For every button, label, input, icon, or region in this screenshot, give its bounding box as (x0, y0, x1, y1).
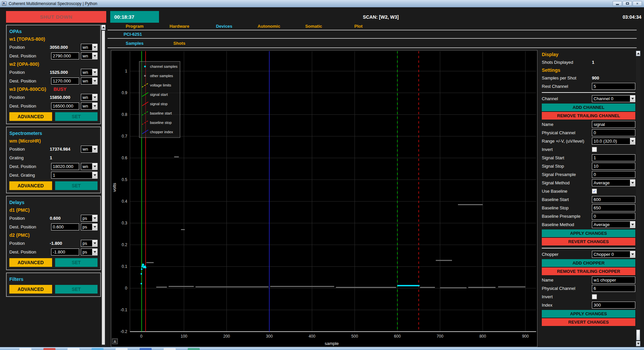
physical-channel-input[interactable] (592, 129, 635, 136)
use-baseline-checkbox[interactable]: ✓ (592, 189, 597, 194)
taskbar-icon[interactable] (188, 348, 200, 350)
chevron-down-icon[interactable] (630, 180, 635, 186)
chevron-down-icon[interactable] (92, 78, 97, 84)
unit-select[interactable]: wn (81, 44, 98, 51)
chevron-down-icon[interactable] (92, 224, 97, 230)
baseline-presample-input[interactable] (592, 213, 635, 220)
unit-select[interactable]: wn (81, 163, 98, 170)
unit-select[interactable]: wn (81, 77, 98, 84)
menu-item-somatic[interactable]: Somatic (291, 23, 336, 30)
set-button[interactable]: SET (55, 181, 98, 190)
taskbar-icon[interactable] (164, 348, 176, 350)
baseline-method-select[interactable]: Average (592, 221, 635, 228)
windows-taskbar[interactable] (0, 347, 644, 350)
signal-start-input[interactable] (592, 154, 635, 161)
apply-changes-button[interactable]: APPLY CHANGES (542, 229, 635, 237)
chevron-down-icon[interactable] (630, 138, 635, 144)
dest-position-input[interactable] (51, 103, 79, 110)
apply-changes-button[interactable]: APPLY CHANGES (542, 310, 635, 318)
menu-item-hardware[interactable]: Hardware (157, 23, 202, 30)
baseline-start-input[interactable] (592, 196, 635, 203)
chevron-down-icon[interactable] (92, 94, 97, 101)
advanced-button[interactable]: ADVANCED (9, 112, 52, 121)
shutdown-button[interactable]: SHUT DOWN (6, 11, 106, 23)
taskbar-icon[interactable] (116, 348, 128, 350)
chevron-down-icon[interactable] (92, 69, 97, 75)
dest-position-input[interactable] (51, 77, 79, 84)
chopper-select[interactable]: Chopper 0 (592, 251, 635, 258)
right-scrollbar-thumb[interactable] (636, 330, 640, 340)
close-button[interactable]: ✕ (633, 1, 642, 6)
add-chopper-button[interactable]: ADD CHOPPER (542, 259, 635, 267)
tab-samples[interactable]: Samples (112, 39, 157, 47)
taskbar-icon[interactable] (140, 348, 152, 350)
set-button[interactable]: SET (55, 285, 98, 294)
signal-presample-input[interactable] (592, 171, 635, 178)
chevron-down-icon[interactable] (92, 163, 97, 170)
unit-select[interactable]: ps (81, 248, 98, 255)
range-v-uv-level-select[interactable]: 10.0 (320.0) (592, 138, 635, 145)
remove-trailing-channel-button[interactable]: REMOVE TRAILING CHANNEL (542, 112, 635, 120)
unit-select[interactable]: ps (81, 240, 98, 247)
chevron-down-icon[interactable] (92, 215, 97, 221)
advanced-button[interactable]: ADVANCED (9, 181, 52, 190)
plot-legend[interactable]: channel samplesother samplesvoltage limi… (139, 61, 180, 138)
invert-checkbox[interactable] (592, 147, 597, 152)
taskbar-icon[interactable] (43, 348, 55, 350)
plot-canvas[interactable]: -0.2-0.100.10.20.30.40.50.60.70.80.91010… (111, 50, 537, 347)
menu-item-plot[interactable]: Plot (336, 23, 381, 30)
unit-select[interactable]: wn (81, 146, 98, 153)
chevron-down-icon[interactable] (92, 240, 97, 246)
dest-position-input[interactable] (51, 163, 79, 170)
set-button[interactable]: SET (55, 112, 98, 121)
unit-select[interactable]: ps (81, 223, 98, 230)
add-channel-button[interactable]: ADD CHANNEL (542, 104, 635, 111)
signal-method-select[interactable]: Average (592, 179, 635, 186)
baseline-stop-input[interactable] (592, 204, 635, 211)
invert-checkbox[interactable] (592, 294, 597, 299)
remove-trailing-chopper-button[interactable]: REMOVE TRAILING CHOPPER (542, 268, 635, 275)
dest-position-input[interactable] (51, 248, 79, 255)
revert-changes-button[interactable]: REVERT CHANGES (542, 318, 635, 326)
advanced-button[interactable]: ADVANCED (9, 258, 52, 267)
scroll-up-icon[interactable] (636, 51, 640, 56)
chevron-down-icon[interactable] (630, 221, 635, 228)
scroll-up-icon[interactable] (101, 25, 106, 30)
autoscale-button[interactable]: A (112, 339, 118, 344)
chevron-down-icon[interactable] (92, 172, 97, 178)
chevron-down-icon[interactable] (92, 146, 97, 152)
menu-item-program[interactable]: Program (112, 23, 157, 30)
unit-select[interactable]: wn (81, 94, 98, 101)
unit-select[interactable]: wn (81, 103, 98, 110)
rest-channel-input[interactable] (592, 83, 635, 90)
maximize-button[interactable] (623, 1, 632, 6)
index-input[interactable] (592, 302, 635, 309)
set-button[interactable]: SET (55, 258, 98, 267)
unit-select[interactable]: wn (81, 69, 98, 76)
tab-shots[interactable]: Shots (157, 39, 202, 47)
chevron-down-icon[interactable] (630, 251, 635, 257)
revert-changes-button[interactable]: REVERT CHANGES (542, 238, 635, 245)
physical-channel-input[interactable] (592, 285, 635, 292)
chevron-down-icon[interactable] (92, 103, 97, 109)
left-scrollbar[interactable] (101, 25, 106, 346)
menu-item-autonomic[interactable]: Autonomic (247, 23, 291, 30)
tab-device-pci6251[interactable]: PCI-6251 (124, 32, 142, 37)
dest-grating-select[interactable]: 1 (51, 172, 98, 179)
channel-select[interactable]: Channel 0 (592, 95, 635, 102)
name-input[interactable] (592, 121, 635, 128)
signal-stop-input[interactable] (592, 163, 635, 170)
taskbar-icon[interactable] (92, 348, 104, 350)
menu-item-devices[interactable]: Devices (202, 23, 247, 30)
taskbar-icon[interactable] (19, 348, 31, 350)
right-scrollbar[interactable] (636, 51, 640, 346)
minimize-button[interactable] (613, 1, 622, 6)
samples-plot[interactable]: -0.2-0.100.10.20.30.40.50.60.70.80.91010… (111, 50, 537, 347)
dest-position-input[interactable] (51, 223, 79, 230)
chevron-down-icon[interactable] (92, 44, 97, 50)
window-titlebar[interactable]: Coherent Multidimensional Spectroscopy |… (0, 0, 644, 7)
taskbar-icon[interactable] (67, 348, 79, 350)
name-input[interactable] (592, 277, 635, 284)
unit-select[interactable]: wn (81, 52, 98, 59)
unit-select[interactable]: ps (81, 215, 98, 222)
